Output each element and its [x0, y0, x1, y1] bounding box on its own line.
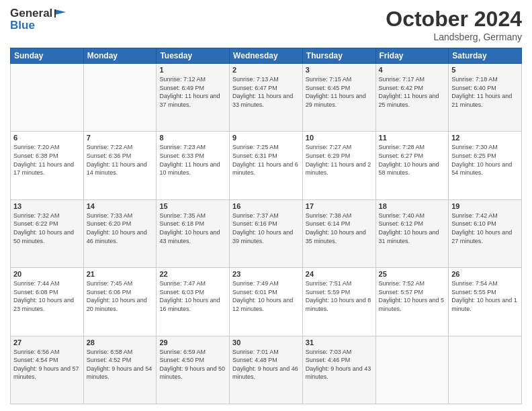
- location: Landsberg, Germany: [386, 32, 522, 42]
- calendar-cell: 12Sunrise: 7:30 AM Sunset: 6:25 PM Dayli…: [449, 132, 522, 199]
- day-info: Sunrise: 7:44 AM Sunset: 6:08 PM Dayligh…: [13, 279, 81, 313]
- calendar-cell: 3Sunrise: 7:15 AM Sunset: 6:45 PM Daylig…: [302, 64, 375, 132]
- header: General Blue October 2024 Landsberg, Ger…: [10, 7, 522, 42]
- day-info: Sunrise: 7:33 AM Sunset: 6:20 PM Dayligh…: [87, 212, 154, 245]
- day-number: 8: [159, 134, 226, 142]
- day-info: Sunrise: 7:03 AM Sunset: 4:46 PM Dayligh…: [306, 348, 373, 381]
- day-info: Sunrise: 7:20 AM Sunset: 6:38 PM Dayligh…: [13, 143, 81, 177]
- calendar-cell: 4Sunrise: 7:17 AM Sunset: 6:42 PM Daylig…: [375, 64, 449, 132]
- calendar-cell: 30Sunrise: 7:01 AM Sunset: 4:48 PM Dayli…: [230, 336, 303, 404]
- day-number: 14: [87, 202, 154, 210]
- day-number: 29: [159, 338, 226, 347]
- calendar-cell: 29Sunrise: 6:59 AM Sunset: 4:50 PM Dayli…: [157, 336, 230, 404]
- calendar-cell: 23Sunrise: 7:49 AM Sunset: 6:01 PM Dayli…: [230, 268, 303, 336]
- day-number: 26: [451, 270, 519, 278]
- day-number: 22: [159, 270, 226, 278]
- day-info: Sunrise: 7:23 AM Sunset: 6:33 PM Dayligh…: [159, 143, 226, 177]
- day-info: Sunrise: 7:42 AM Sunset: 6:10 PM Dayligh…: [451, 212, 519, 245]
- calendar-cell: [83, 64, 157, 132]
- calendar-cell: 1Sunrise: 7:12 AM Sunset: 6:49 PM Daylig…: [157, 64, 230, 132]
- logo-general-text: General: [10, 7, 52, 20]
- day-number: 17: [306, 202, 373, 210]
- day-number: 15: [159, 202, 226, 210]
- day-number: 2: [232, 66, 300, 74]
- calendar-cell: 18Sunrise: 7:40 AM Sunset: 6:12 PM Dayli…: [375, 199, 449, 267]
- day-number: 12: [451, 134, 519, 142]
- day-info: Sunrise: 7:38 AM Sunset: 6:14 PM Dayligh…: [306, 212, 373, 245]
- calendar-cell: 31Sunrise: 7:03 AM Sunset: 4:46 PM Dayli…: [302, 336, 375, 404]
- calendar-cell: 20Sunrise: 7:44 AM Sunset: 6:08 PM Dayli…: [11, 268, 84, 336]
- col-wednesday: Wednesday: [230, 48, 303, 64]
- title-block: October 2024 Landsberg, Germany: [386, 7, 522, 42]
- day-number: 30: [232, 338, 300, 347]
- day-number: 1: [159, 66, 226, 74]
- calendar-cell: 5Sunrise: 7:18 AM Sunset: 6:40 PM Daylig…: [449, 64, 522, 132]
- day-info: Sunrise: 7:30 AM Sunset: 6:25 PM Dayligh…: [451, 143, 519, 177]
- svg-rect-1: [54, 9, 56, 17]
- day-info: Sunrise: 7:01 AM Sunset: 4:48 PM Dayligh…: [232, 348, 300, 381]
- col-thursday: Thursday: [302, 48, 375, 64]
- day-number: 23: [232, 270, 300, 278]
- col-friday: Friday: [375, 48, 449, 64]
- day-info: Sunrise: 7:49 AM Sunset: 6:01 PM Dayligh…: [232, 279, 300, 313]
- day-info: Sunrise: 7:13 AM Sunset: 6:47 PM Dayligh…: [232, 75, 300, 109]
- day-number: 4: [379, 66, 446, 74]
- day-number: 31: [306, 338, 373, 347]
- calendar-table: Sunday Monday Tuesday Wednesday Thursday…: [10, 48, 522, 404]
- calendar-cell: 25Sunrise: 7:52 AM Sunset: 5:57 PM Dayli…: [375, 268, 449, 336]
- calendar-week-2: 6Sunrise: 7:20 AM Sunset: 6:38 PM Daylig…: [11, 132, 522, 199]
- day-info: Sunrise: 7:28 AM Sunset: 6:27 PM Dayligh…: [379, 143, 446, 177]
- day-info: Sunrise: 7:40 AM Sunset: 6:12 PM Dayligh…: [379, 212, 446, 245]
- day-number: 20: [13, 270, 81, 278]
- day-info: Sunrise: 7:54 AM Sunset: 5:55 PM Dayligh…: [451, 279, 519, 313]
- day-info: Sunrise: 6:56 AM Sunset: 4:54 PM Dayligh…: [13, 348, 81, 381]
- day-number: 18: [379, 202, 446, 210]
- logo-flag-icon: [54, 8, 69, 19]
- col-saturday: Saturday: [449, 48, 522, 64]
- day-number: 19: [451, 202, 519, 210]
- day-info: Sunrise: 7:25 AM Sunset: 6:31 PM Dayligh…: [232, 143, 300, 177]
- day-info: Sunrise: 6:58 AM Sunset: 4:52 PM Dayligh…: [87, 348, 154, 381]
- calendar-week-4: 20Sunrise: 7:44 AM Sunset: 6:08 PM Dayli…: [11, 268, 522, 336]
- day-number: 27: [13, 338, 81, 347]
- calendar-cell: 2Sunrise: 7:13 AM Sunset: 6:47 PM Daylig…: [230, 64, 303, 132]
- calendar-cell: 28Sunrise: 6:58 AM Sunset: 4:52 PM Dayli…: [83, 336, 157, 404]
- calendar-cell: 26Sunrise: 7:54 AM Sunset: 5:55 PM Dayli…: [449, 268, 522, 336]
- calendar-page: General Blue October 2024 Landsberg, Ger…: [0, 0, 532, 411]
- month-title: October 2024: [386, 7, 522, 32]
- col-tuesday: Tuesday: [157, 48, 230, 64]
- day-number: 21: [87, 270, 154, 278]
- day-info: Sunrise: 7:35 AM Sunset: 6:18 PM Dayligh…: [159, 212, 226, 245]
- calendar-cell: 6Sunrise: 7:20 AM Sunset: 6:38 PM Daylig…: [11, 132, 84, 199]
- calendar-cell: 9Sunrise: 7:25 AM Sunset: 6:31 PM Daylig…: [230, 132, 303, 199]
- day-info: Sunrise: 6:59 AM Sunset: 4:50 PM Dayligh…: [159, 348, 226, 381]
- calendar-cell: 16Sunrise: 7:37 AM Sunset: 6:16 PM Dayli…: [230, 199, 303, 267]
- day-info: Sunrise: 7:22 AM Sunset: 6:36 PM Dayligh…: [87, 143, 154, 177]
- calendar-cell: 10Sunrise: 7:27 AM Sunset: 6:29 PM Dayli…: [302, 132, 375, 199]
- day-info: Sunrise: 7:27 AM Sunset: 6:29 PM Dayligh…: [306, 143, 373, 177]
- day-info: Sunrise: 7:12 AM Sunset: 6:49 PM Dayligh…: [159, 75, 226, 109]
- calendar-cell: 14Sunrise: 7:33 AM Sunset: 6:20 PM Dayli…: [83, 199, 157, 267]
- calendar-cell: 19Sunrise: 7:42 AM Sunset: 6:10 PM Dayli…: [449, 199, 522, 267]
- calendar-cell: [449, 336, 522, 404]
- calendar-cell: 8Sunrise: 7:23 AM Sunset: 6:33 PM Daylig…: [157, 132, 230, 199]
- day-info: Sunrise: 7:45 AM Sunset: 6:06 PM Dayligh…: [87, 279, 154, 313]
- calendar-cell: 21Sunrise: 7:45 AM Sunset: 6:06 PM Dayli…: [83, 268, 157, 336]
- day-info: Sunrise: 7:18 AM Sunset: 6:40 PM Dayligh…: [451, 75, 519, 109]
- day-number: 10: [306, 134, 373, 142]
- day-info: Sunrise: 7:52 AM Sunset: 5:57 PM Dayligh…: [379, 279, 446, 313]
- day-number: 13: [13, 202, 81, 210]
- header-row: Sunday Monday Tuesday Wednesday Thursday…: [11, 48, 522, 64]
- calendar-cell: 7Sunrise: 7:22 AM Sunset: 6:36 PM Daylig…: [83, 132, 157, 199]
- day-info: Sunrise: 7:37 AM Sunset: 6:16 PM Dayligh…: [232, 212, 300, 245]
- calendar-cell: 13Sunrise: 7:32 AM Sunset: 6:22 PM Dayli…: [11, 199, 84, 267]
- day-info: Sunrise: 7:32 AM Sunset: 6:22 PM Dayligh…: [13, 212, 81, 245]
- calendar-week-1: 1Sunrise: 7:12 AM Sunset: 6:49 PM Daylig…: [11, 64, 522, 132]
- calendar-cell: 11Sunrise: 7:28 AM Sunset: 6:27 PM Dayli…: [375, 132, 449, 199]
- day-number: 25: [379, 270, 446, 278]
- calendar-cell: [375, 336, 449, 404]
- logo: General Blue: [10, 7, 69, 32]
- calendar-cell: 22Sunrise: 7:47 AM Sunset: 6:03 PM Dayli…: [157, 268, 230, 336]
- day-info: Sunrise: 7:47 AM Sunset: 6:03 PM Dayligh…: [159, 279, 226, 313]
- col-sunday: Sunday: [11, 48, 84, 64]
